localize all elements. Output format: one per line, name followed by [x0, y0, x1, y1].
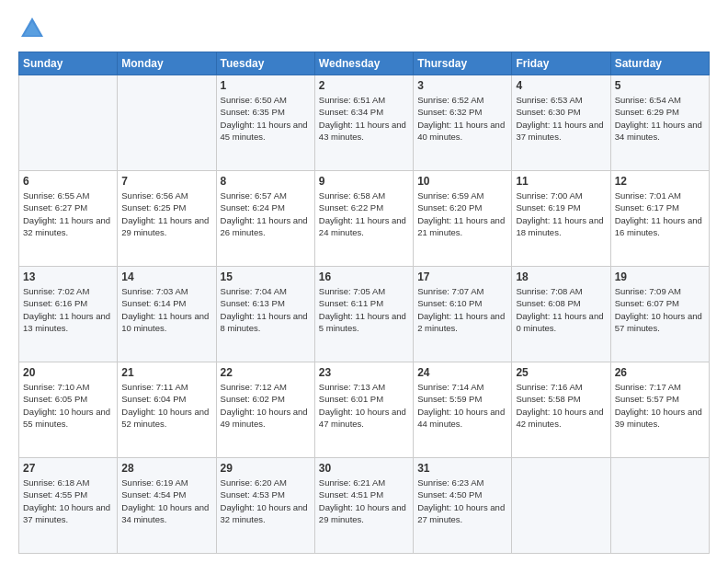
day-number: 25: [516, 366, 606, 379]
day-number: 16: [319, 270, 409, 283]
calendar-cell: 7Sunrise: 6:56 AMSunset: 6:25 PMDaylight…: [118, 171, 216, 267]
cell-info: Sunrise: 6:19 AMSunset: 4:54 PMDaylight:…: [121, 477, 211, 525]
calendar-cell: 20Sunrise: 7:10 AMSunset: 6:05 PMDayligh…: [19, 362, 118, 458]
cell-info: Sunrise: 7:08 AMSunset: 6:08 PMDaylight:…: [516, 285, 606, 334]
cell-info: Sunrise: 7:14 AMSunset: 5:59 PMDaylight:…: [417, 381, 507, 430]
day-number: 3: [417, 79, 507, 92]
cell-info: Sunrise: 6:21 AMSunset: 4:51 PMDaylight:…: [319, 477, 409, 525]
calendar-cell: 9Sunrise: 6:58 AMSunset: 6:22 PMDaylight…: [314, 171, 413, 267]
week-row-1: 6Sunrise: 6:55 AMSunset: 6:27 PMDaylight…: [19, 171, 710, 267]
calendar-cell: 19Sunrise: 7:09 AMSunset: 6:07 PMDayligh…: [610, 267, 709, 362]
cell-info: Sunrise: 7:07 AMSunset: 6:10 PMDaylight:…: [417, 285, 507, 334]
cell-info: Sunrise: 6:55 AMSunset: 6:27 PMDaylight:…: [23, 190, 113, 238]
calendar-cell: 5Sunrise: 6:54 AMSunset: 6:29 PMDaylight…: [610, 75, 709, 171]
calendar-cell: 25Sunrise: 7:16 AMSunset: 5:58 PMDayligh…: [512, 362, 610, 458]
day-number: 4: [516, 79, 606, 92]
calendar-cell: 13Sunrise: 7:02 AMSunset: 6:16 PMDayligh…: [19, 267, 118, 362]
day-number: 29: [221, 462, 311, 475]
cell-info: Sunrise: 7:16 AMSunset: 5:58 PMDaylight:…: [516, 381, 606, 430]
cell-info: Sunrise: 7:04 AMSunset: 6:13 PMDaylight:…: [221, 285, 311, 334]
day-number: 9: [319, 175, 409, 188]
day-number: 7: [121, 175, 211, 188]
cell-info: Sunrise: 6:58 AMSunset: 6:22 PMDaylight:…: [319, 190, 409, 238]
cell-info: Sunrise: 6:52 AMSunset: 6:32 PMDaylight:…: [417, 94, 507, 143]
cell-info: Sunrise: 6:57 AMSunset: 6:24 PMDaylight:…: [221, 190, 311, 238]
cell-info: Sunrise: 6:56 AMSunset: 6:25 PMDaylight:…: [121, 190, 211, 238]
calendar-cell: 21Sunrise: 7:11 AMSunset: 6:04 PMDayligh…: [118, 362, 216, 458]
calendar-cell: 1Sunrise: 6:50 AMSunset: 6:35 PMDaylight…: [216, 75, 314, 171]
day-number: 17: [417, 270, 507, 283]
cell-info: Sunrise: 7:11 AMSunset: 6:04 PMDaylight:…: [121, 381, 211, 430]
day-number: 8: [221, 175, 311, 188]
calendar-cell: [19, 75, 118, 171]
day-number: 19: [615, 270, 705, 283]
day-header-tuesday: Tuesday: [216, 52, 314, 75]
day-header-friday: Friday: [512, 52, 610, 75]
day-header-saturday: Saturday: [610, 52, 709, 75]
day-header-sunday: Sunday: [19, 52, 118, 75]
week-row-4: 27Sunrise: 6:18 AMSunset: 4:55 PMDayligh…: [19, 458, 710, 554]
day-number: 22: [221, 366, 311, 379]
calendar-cell: 6Sunrise: 6:55 AMSunset: 6:27 PMDaylight…: [19, 171, 118, 267]
week-row-2: 13Sunrise: 7:02 AMSunset: 6:16 PMDayligh…: [19, 267, 710, 362]
day-number: 28: [121, 462, 211, 475]
cell-info: Sunrise: 6:50 AMSunset: 6:35 PMDaylight:…: [221, 94, 311, 143]
cell-info: Sunrise: 6:18 AMSunset: 4:55 PMDaylight:…: [23, 477, 113, 525]
cell-info: Sunrise: 7:10 AMSunset: 6:05 PMDaylight:…: [23, 381, 113, 430]
cell-info: Sunrise: 7:13 AMSunset: 6:01 PMDaylight:…: [319, 381, 409, 430]
cell-info: Sunrise: 7:03 AMSunset: 6:14 PMDaylight:…: [121, 285, 211, 334]
cell-info: Sunrise: 6:59 AMSunset: 6:20 PMDaylight:…: [417, 190, 507, 238]
calendar-cell: 30Sunrise: 6:21 AMSunset: 4:51 PMDayligh…: [314, 458, 413, 554]
calendar-cell: 23Sunrise: 7:13 AMSunset: 6:01 PMDayligh…: [314, 362, 413, 458]
calendar-cell: 26Sunrise: 7:17 AMSunset: 5:57 PMDayligh…: [610, 362, 709, 458]
day-number: 6: [23, 175, 113, 188]
header: [18, 15, 710, 42]
day-header-thursday: Thursday: [414, 52, 512, 75]
day-number: 15: [221, 270, 311, 283]
cell-info: Sunrise: 6:54 AMSunset: 6:29 PMDaylight:…: [615, 94, 705, 143]
logo-icon: [18, 15, 46, 42]
day-header-monday: Monday: [118, 52, 216, 75]
calendar-cell: 3Sunrise: 6:52 AMSunset: 6:32 PMDaylight…: [414, 75, 512, 171]
calendar-cell: 4Sunrise: 6:53 AMSunset: 6:30 PMDaylight…: [512, 75, 610, 171]
cell-info: Sunrise: 7:02 AMSunset: 6:16 PMDaylight:…: [23, 285, 113, 334]
cell-info: Sunrise: 6:20 AMSunset: 4:53 PMDaylight:…: [221, 477, 311, 525]
calendar-cell: 8Sunrise: 6:57 AMSunset: 6:24 PMDaylight…: [216, 171, 314, 267]
calendar-cell: 22Sunrise: 7:12 AMSunset: 6:02 PMDayligh…: [216, 362, 314, 458]
cell-info: Sunrise: 7:00 AMSunset: 6:19 PMDaylight:…: [516, 190, 606, 238]
cell-info: Sunrise: 7:12 AMSunset: 6:02 PMDaylight:…: [221, 381, 311, 430]
calendar-cell: 31Sunrise: 6:23 AMSunset: 4:50 PMDayligh…: [414, 458, 512, 554]
day-number: 21: [121, 366, 211, 379]
calendar-cell: 11Sunrise: 7:00 AMSunset: 6:19 PMDayligh…: [512, 171, 610, 267]
calendar-cell: 17Sunrise: 7:07 AMSunset: 6:10 PMDayligh…: [414, 267, 512, 362]
calendar-cell: [512, 458, 610, 554]
day-number: 5: [615, 79, 705, 92]
day-number: 1: [221, 79, 311, 92]
calendar-cell: 18Sunrise: 7:08 AMSunset: 6:08 PMDayligh…: [512, 267, 610, 362]
cell-info: Sunrise: 6:23 AMSunset: 4:50 PMDaylight:…: [417, 477, 507, 525]
cell-info: Sunrise: 7:09 AMSunset: 6:07 PMDaylight:…: [615, 285, 705, 334]
day-header-wednesday: Wednesday: [314, 52, 413, 75]
calendar-cell: 16Sunrise: 7:05 AMSunset: 6:11 PMDayligh…: [314, 267, 413, 362]
calendar-cell: [118, 75, 216, 171]
day-number: 2: [319, 79, 409, 92]
day-number: 10: [417, 175, 507, 188]
day-number: 24: [417, 366, 507, 379]
day-number: 20: [23, 366, 113, 379]
logo: [18, 15, 51, 42]
day-number: 14: [121, 270, 211, 283]
calendar-cell: 24Sunrise: 7:14 AMSunset: 5:59 PMDayligh…: [414, 362, 512, 458]
day-number: 30: [319, 462, 409, 475]
calendar-cell: 12Sunrise: 7:01 AMSunset: 6:17 PMDayligh…: [610, 171, 709, 267]
calendar-cell: 10Sunrise: 6:59 AMSunset: 6:20 PMDayligh…: [414, 171, 512, 267]
week-row-0: 1Sunrise: 6:50 AMSunset: 6:35 PMDaylight…: [19, 75, 710, 171]
day-number: 18: [516, 270, 606, 283]
calendar-cell: 29Sunrise: 6:20 AMSunset: 4:53 PMDayligh…: [216, 458, 314, 554]
calendar-cell: 27Sunrise: 6:18 AMSunset: 4:55 PMDayligh…: [19, 458, 118, 554]
cell-info: Sunrise: 7:17 AMSunset: 5:57 PMDaylight:…: [615, 381, 705, 430]
calendar-cell: 2Sunrise: 6:51 AMSunset: 6:34 PMDaylight…: [314, 75, 413, 171]
day-number: 11: [516, 175, 606, 188]
calendar-cell: [610, 458, 709, 554]
cell-info: Sunrise: 7:01 AMSunset: 6:17 PMDaylight:…: [615, 190, 705, 238]
cell-info: Sunrise: 6:51 AMSunset: 6:34 PMDaylight:…: [319, 94, 409, 143]
